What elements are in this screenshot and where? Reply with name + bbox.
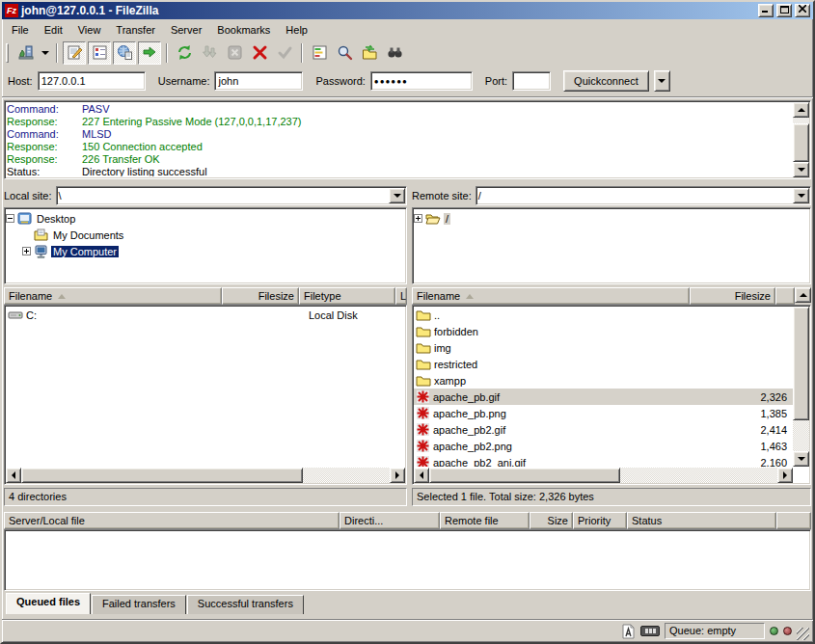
file-row-selected[interactable]: apache_pb.gif 2,326 xyxy=(414,389,793,405)
scroll-right-button[interactable] xyxy=(777,468,793,483)
password-input[interactable]: ●●●●●● xyxy=(370,71,473,91)
folder-row[interactable]: restricted xyxy=(414,356,793,372)
column-header-lastmodified[interactable]: L xyxy=(395,287,407,305)
column-header-filesize[interactable]: Filesize xyxy=(690,287,775,305)
refresh-button[interactable] xyxy=(173,41,196,65)
queue-header: Server/Local file Directi... Remote file… xyxy=(4,512,811,529)
speed-limits-icon[interactable] xyxy=(640,626,660,636)
column-header-server-local-file[interactable]: Server/Local file xyxy=(4,512,340,529)
ok-button[interactable] xyxy=(273,41,296,65)
cancel-button[interactable] xyxy=(223,41,246,65)
scroll-left-button[interactable] xyxy=(414,468,429,483)
menu-file[interactable]: File xyxy=(4,22,37,38)
remote-site-dropdown[interactable] xyxy=(793,188,809,203)
remote-horizontal-scrollbar[interactable] xyxy=(414,468,793,483)
tab-failed-transfers[interactable]: Failed transfers xyxy=(92,595,186,614)
browser-panes: Local site: \ Desktop xyxy=(2,182,813,508)
menu-server[interactable]: Server xyxy=(163,22,209,38)
toggle-queue-button[interactable] xyxy=(138,41,161,65)
tree-item-my-documents[interactable]: My Documents xyxy=(6,227,405,243)
tab-queued-files[interactable]: Queued files xyxy=(6,593,91,614)
scroll-down-button[interactable] xyxy=(793,162,809,177)
close-button[interactable] xyxy=(795,4,810,17)
quickconnect-dropdown[interactable] xyxy=(654,70,670,92)
remote-status-text: Selected 1 file. Total size: 2,326 bytes xyxy=(412,488,811,506)
column-header-remote-file[interactable]: Remote file xyxy=(440,512,530,529)
collapse-icon[interactable] xyxy=(6,214,14,223)
queue-list[interactable] xyxy=(4,529,811,591)
scroll-thumb[interactable] xyxy=(429,468,620,483)
menu-transfer[interactable]: Transfer xyxy=(108,22,163,38)
scroll-up-button[interactable] xyxy=(793,102,809,118)
column-header-size[interactable]: Size xyxy=(530,512,573,529)
menu-edit[interactable]: Edit xyxy=(37,22,70,38)
remote-vertical-scrollbar[interactable] xyxy=(793,307,809,467)
process-queue-button[interactable] xyxy=(308,41,331,65)
site-manager-dropdown[interactable] xyxy=(40,42,51,64)
log-view-icon xyxy=(67,44,83,61)
local-horizontal-scrollbar[interactable] xyxy=(6,468,405,483)
local-list-row-c-drive[interactable]: C: Local Disk xyxy=(6,307,405,323)
tree-item-desktop[interactable]: Desktop xyxy=(6,210,405,227)
menu-bookmarks[interactable]: Bookmarks xyxy=(209,22,278,38)
tree-item-root[interactable]: / xyxy=(414,210,809,227)
scroll-down-button[interactable] xyxy=(793,451,809,467)
host-input[interactable]: 127.0.0.1 xyxy=(38,71,146,91)
toolbar xyxy=(2,40,813,66)
scroll-thumb[interactable] xyxy=(793,307,809,420)
file-row[interactable]: apache_pb2_ani.gif 2,160 xyxy=(414,454,793,467)
quickconnect-bar: Host: 127.0.0.1 Username: john Password:… xyxy=(2,66,813,97)
filter-button[interactable] xyxy=(383,41,406,65)
folder-row[interactable]: forbidden xyxy=(414,323,793,339)
menu-help[interactable]: Help xyxy=(278,22,315,38)
folder-row-up[interactable]: .. xyxy=(414,307,793,323)
expand-icon[interactable] xyxy=(414,214,422,223)
minimize-button[interactable] xyxy=(758,4,774,17)
quickconnect-button[interactable]: Quickconnect xyxy=(563,70,649,92)
site-manager-icon xyxy=(18,44,35,61)
delete-button[interactable] xyxy=(248,41,271,65)
menu-view[interactable]: View xyxy=(70,22,109,38)
scroll-thumb[interactable] xyxy=(793,123,809,162)
folder-row[interactable]: xampp xyxy=(414,372,793,389)
username-input[interactable]: john xyxy=(214,71,303,91)
column-header-direction[interactable]: Directi... xyxy=(340,512,440,529)
expand-icon[interactable] xyxy=(22,247,31,255)
toggle-remote-tree-button[interactable] xyxy=(113,41,136,65)
local-site-combo[interactable]: \ xyxy=(56,186,407,205)
toggle-local-tree-button[interactable] xyxy=(88,41,111,65)
activity-led-red xyxy=(783,627,792,635)
scroll-left-button[interactable] xyxy=(6,468,21,483)
column-header-filename[interactable]: Filename xyxy=(412,287,690,305)
local-site-dropdown[interactable] xyxy=(389,188,405,203)
refresh-icon xyxy=(177,44,193,61)
scroll-thumb[interactable] xyxy=(21,468,303,483)
chevron-down-icon xyxy=(658,79,666,83)
scroll-up-button[interactable] xyxy=(795,287,811,303)
arrow-up-icon xyxy=(798,108,805,112)
tree-item-my-computer[interactable]: My Computer xyxy=(6,243,405,259)
file-row[interactable]: apache_pb2.gif 2,414 xyxy=(414,421,793,438)
scroll-right-button[interactable] xyxy=(390,468,405,483)
tab-successful-transfers[interactable]: Successful transfers xyxy=(187,595,304,614)
port-input[interactable] xyxy=(512,71,551,91)
image-file-icon xyxy=(416,455,430,467)
column-header-priority[interactable]: Priority xyxy=(573,512,627,529)
remote-site-combo[interactable]: / xyxy=(475,186,811,205)
find-files-button[interactable] xyxy=(333,41,356,65)
toggle-log-button[interactable] xyxy=(63,41,86,65)
file-row[interactable]: apache_pb.png 1,385 xyxy=(414,405,793,421)
file-row[interactable]: apache_pb2.png 1,463 xyxy=(414,438,793,454)
column-header-filetype[interactable]: Filetype xyxy=(299,287,395,305)
column-header-status[interactable]: Status xyxy=(627,512,776,529)
download-button[interactable] xyxy=(198,41,221,65)
column-header-extra[interactable] xyxy=(775,287,795,305)
folder-row[interactable]: img xyxy=(414,339,793,356)
maximize-button[interactable] xyxy=(776,4,792,17)
resize-grip[interactable] xyxy=(797,628,809,640)
log-scrollbar[interactable] xyxy=(793,102,809,177)
synchronized-browsing-button[interactable] xyxy=(358,41,381,65)
column-header-filename[interactable]: Filename xyxy=(4,287,222,305)
site-manager-button[interactable] xyxy=(14,41,38,65)
column-header-filesize[interactable]: Filesize xyxy=(222,287,299,305)
